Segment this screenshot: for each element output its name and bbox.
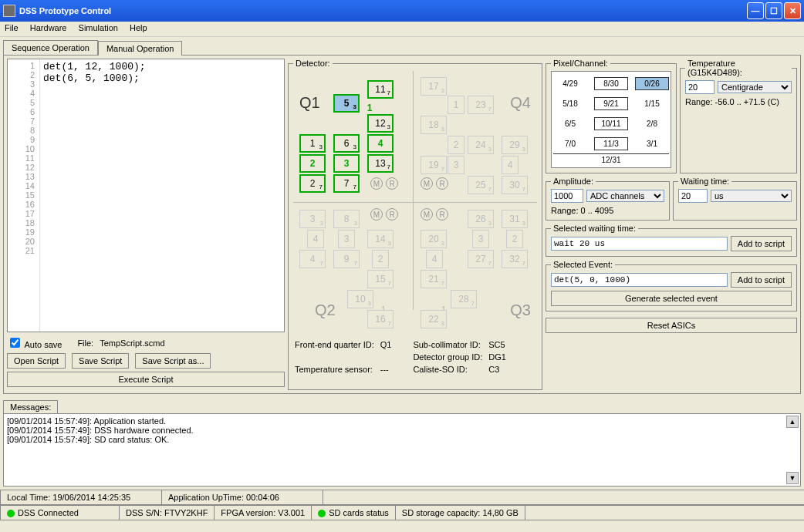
menu-help[interactable]: Help <box>130 23 147 32</box>
menu-hardware[interactable]: Hardware <box>30 23 67 32</box>
amplitude-unit-select[interactable]: ADC channels <box>586 190 664 202</box>
open-script-button[interactable]: Open Script <box>7 353 66 369</box>
det-cell[interactable]: 327 <box>502 250 528 268</box>
amplitude-range: Range: 0 .. 4095 <box>551 206 664 215</box>
r-icon[interactable]: R <box>386 177 398 190</box>
pixel-grid[interactable]: 4/298/300/26 5/189/211/15 6/510/112/8 7/… <box>551 71 671 168</box>
det-cell[interactable]: 103 <box>347 290 373 308</box>
det-cell[interactable]: 3 <box>333 154 360 173</box>
messages-tab[interactable]: Messages: <box>3 400 58 413</box>
execute-script-button[interactable]: Execute Script <box>7 372 285 387</box>
det-cell[interactable]: 2 <box>506 230 523 248</box>
det-cell[interactable]: 277 <box>468 250 494 268</box>
waiting-unit-select[interactable]: us <box>711 190 792 202</box>
quadrant-q1: Q1 <box>299 94 320 112</box>
editor-code[interactable]: det(1, 12, 1000); det(6, 5, 1000); <box>40 59 284 332</box>
det-cell[interactable]: 2 <box>372 250 389 268</box>
selected-event-input[interactable] <box>551 273 728 287</box>
det-cell[interactable]: 117 <box>367 80 394 99</box>
add-waiting-to-script-button[interactable]: Add to script <box>731 236 792 251</box>
save-script-as-button[interactable]: Save Script as... <box>135 353 211 369</box>
temperature-range: Range: -56.0 .. +71.5 (C) <box>685 97 792 106</box>
m-icon[interactable]: M <box>421 208 433 221</box>
detector-legend: Detector: <box>293 59 333 68</box>
det-cell[interactable]: 237 <box>468 96 494 114</box>
det-cell[interactable]: 33 <box>299 210 326 228</box>
det-cell <box>421 136 437 154</box>
det-cell[interactable]: 1 <box>448 96 464 114</box>
add-event-to-script-button[interactable]: Add to script <box>731 272 792 288</box>
det-cell[interactable]: 197 <box>421 156 447 174</box>
script-editor[interactable]: 123456789101112131415161718192021 det(1,… <box>7 59 285 332</box>
det-cell[interactable]: 263 <box>468 210 494 228</box>
menu-file[interactable]: File <box>5 23 19 32</box>
amplitude-input[interactable] <box>551 189 583 203</box>
r-icon[interactable]: R <box>386 208 398 221</box>
det-cell[interactable]: 183 <box>421 116 447 134</box>
r-icon[interactable]: R <box>436 208 448 221</box>
det-cell[interactable]: 27 <box>299 174 326 193</box>
reset-asics-button[interactable]: Reset ASICs <box>546 318 797 333</box>
det-cell[interactable]: 4 <box>307 230 324 248</box>
det-cell[interactable]: 3 <box>472 230 489 248</box>
det-cell[interactable]: 157 <box>367 270 394 288</box>
temperature-input[interactable] <box>685 80 714 94</box>
status-serial: DSS S/N: FTVY2KHF <box>119 506 215 520</box>
maximize-button[interactable]: ☐ <box>765 2 782 19</box>
det-cell[interactable]: 167 <box>367 310 394 328</box>
generate-event-button[interactable]: Generate selected event <box>551 291 792 306</box>
r-icon[interactable]: R <box>436 177 448 190</box>
selected-waiting-legend: Selected waiting time: <box>551 224 638 233</box>
status-fpga: FPGA version: V3.001 <box>214 506 312 520</box>
title-bar: DSS Prototype Control — ☐ ✕ <box>0 0 804 22</box>
det-cell[interactable]: 3 <box>448 156 464 174</box>
m-icon[interactable]: M <box>370 177 383 190</box>
m-icon[interactable]: M <box>370 208 383 221</box>
det-cell[interactable]: 137 <box>367 154 394 173</box>
det-cell[interactable]: 243 <box>468 136 494 154</box>
scroll-up-icon[interactable]: ▲ <box>786 416 799 428</box>
det-cell[interactable]: 53 <box>333 94 360 113</box>
det-cell[interactable]: 307 <box>502 176 528 194</box>
det-cell[interactable]: 83 <box>333 210 360 228</box>
tab-sequence-operation[interactable]: Sequence Operation <box>3 40 98 55</box>
file-label: File: <box>77 338 93 348</box>
waiting-time-fieldset: Waiting time: us <box>673 177 797 221</box>
det-cell[interactable]: 4 <box>426 250 443 268</box>
det-cell[interactable]: 123 <box>367 114 394 133</box>
scroll-down-icon[interactable]: ▼ <box>786 472 799 484</box>
menu-bar: File Hardware Simulation Help <box>0 22 804 37</box>
det-cell[interactable]: 223 <box>421 310 447 328</box>
minimize-button[interactable]: — <box>747 2 764 19</box>
det-cell[interactable]: 4 <box>367 134 394 153</box>
det-cell[interactable]: 293 <box>502 136 528 154</box>
det-cell[interactable]: 313 <box>502 210 528 228</box>
detector-grid[interactable]: Q1 Q4 Q2 Q3 53 117 1 123 4 137 13 2 27 6… <box>293 71 537 333</box>
close-button[interactable]: ✕ <box>784 2 801 19</box>
det-cell[interactable]: 257 <box>468 176 494 194</box>
autosave-checkbox[interactable]: Auto save <box>7 335 62 350</box>
det-cell[interactable]: 97 <box>333 250 360 268</box>
det-cell[interactable]: 203 <box>421 230 447 248</box>
det-cell[interactable]: 143 <box>367 230 394 248</box>
temperature-unit-select[interactable]: Centigrade <box>718 81 792 93</box>
det-cell[interactable]: 287 <box>451 290 477 308</box>
det-cell[interactable]: 77 <box>333 174 360 193</box>
message-line: [09/01/2014 15:57:49]: Application start… <box>7 416 797 426</box>
det-cell[interactable]: 63 <box>333 134 360 153</box>
det-cell[interactable]: 173 <box>421 77 447 96</box>
det-cell[interactable]: 13 <box>299 134 326 153</box>
waiting-input[interactable] <box>678 189 708 203</box>
det-cell[interactable]: 2 <box>448 136 464 154</box>
selected-waiting-input[interactable] <box>551 237 728 251</box>
det-cell[interactable]: 47 <box>299 250 326 268</box>
det-cell[interactable]: 3 <box>338 230 355 248</box>
det-cell[interactable]: 217 <box>421 270 447 288</box>
messages-panel[interactable]: [09/01/2014 15:57:49]: Application start… <box>3 413 801 487</box>
menu-simulation[interactable]: Simulation <box>79 23 118 32</box>
m-icon[interactable]: M <box>421 177 433 190</box>
tab-manual-operation[interactable]: Manual Operation <box>98 41 182 56</box>
save-script-button[interactable]: Save Script <box>72 353 129 369</box>
det-cell[interactable]: 4 <box>502 156 519 174</box>
det-cell[interactable]: 2 <box>299 154 326 173</box>
